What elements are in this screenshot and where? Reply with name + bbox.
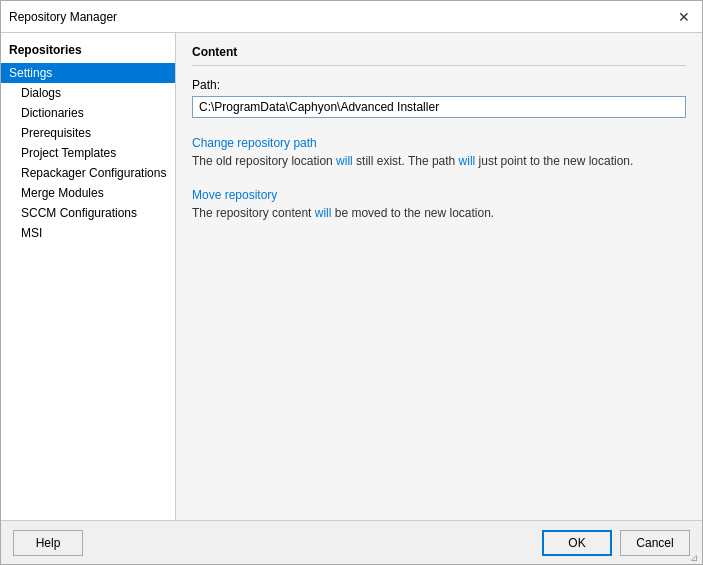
move-repository-desc: The repository content will be moved to …	[192, 204, 686, 222]
title-bar: Repository Manager ✕	[1, 1, 702, 33]
sidebar: Repositories Settings Dialogs Dictionari…	[1, 33, 176, 520]
footer-buttons-right: OK Cancel	[542, 530, 690, 556]
content-area: Content Path: Change repository path The…	[176, 33, 702, 520]
sidebar-item-prerequisites[interactable]: Prerequisites	[1, 123, 175, 143]
main-content: Repositories Settings Dialogs Dictionari…	[1, 33, 702, 520]
footer: Help OK Cancel	[1, 520, 702, 564]
will-just-point-highlight: will	[459, 154, 476, 168]
move-repository-link[interactable]: Move repository	[192, 188, 686, 202]
sidebar-item-settings[interactable]: Settings	[1, 63, 175, 83]
change-repository-path-link[interactable]: Change repository path	[192, 136, 686, 150]
sidebar-item-msi[interactable]: MSI	[1, 223, 175, 243]
change-repository-path-desc: The old repository location will still e…	[192, 152, 686, 170]
sidebar-item-dictionaries[interactable]: Dictionaries	[1, 103, 175, 123]
will-be-moved-highlight: will	[315, 206, 332, 220]
help-button[interactable]: Help	[13, 530, 83, 556]
content-header: Content	[192, 45, 686, 66]
path-label: Path:	[192, 78, 686, 92]
sidebar-item-sccm-configurations[interactable]: SCCM Configurations	[1, 203, 175, 223]
close-button[interactable]: ✕	[674, 7, 694, 27]
dialog-title: Repository Manager	[9, 10, 117, 24]
sidebar-item-repackager-configurations[interactable]: Repackager Configurations	[1, 163, 175, 183]
ok-button[interactable]: OK	[542, 530, 612, 556]
sidebar-item-merge-modules[interactable]: Merge Modules	[1, 183, 175, 203]
repository-manager-dialog: Repository Manager ✕ Repositories Settin…	[0, 0, 703, 565]
sidebar-item-project-templates[interactable]: Project Templates	[1, 143, 175, 163]
sidebar-header: Repositories	[1, 37, 175, 63]
resize-handle[interactable]: ⊿	[690, 552, 700, 562]
sidebar-item-dialogs[interactable]: Dialogs	[1, 83, 175, 103]
will-still-exist-highlight: will	[336, 154, 353, 168]
cancel-button[interactable]: Cancel	[620, 530, 690, 556]
path-input[interactable]	[192, 96, 686, 118]
